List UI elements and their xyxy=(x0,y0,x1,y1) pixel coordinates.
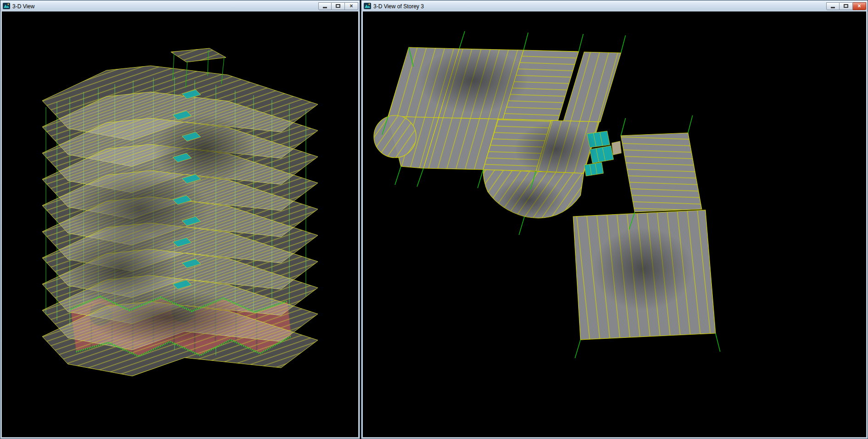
minimize-icon xyxy=(831,7,835,8)
titlebar[interactable]: 3-D View of Storey 3 × xyxy=(361,0,868,11)
minimize-button[interactable] xyxy=(318,2,332,10)
window-3d-view-storey-3[interactable]: 3-D View of Storey 3 × xyxy=(361,0,868,439)
close-button[interactable]: × xyxy=(345,2,358,10)
close-icon: × xyxy=(857,3,861,9)
window-controls: × xyxy=(826,2,866,10)
app-icon xyxy=(364,2,371,10)
3d-view-viewport[interactable] xyxy=(2,11,358,437)
maximize-button[interactable] xyxy=(332,2,345,10)
close-button[interactable]: × xyxy=(853,2,866,10)
window-3d-view[interactable]: 3-D View × xyxy=(0,0,360,439)
storey-plan-canvas[interactable] xyxy=(363,11,866,437)
3d-model-canvas[interactable] xyxy=(2,11,358,437)
window-controls: × xyxy=(318,2,358,10)
maximize-button[interactable] xyxy=(840,2,853,10)
maximize-icon xyxy=(844,4,848,8)
maximize-icon xyxy=(336,4,340,8)
minimize-icon xyxy=(323,7,327,8)
window-title: 3-D View of Storey 3 xyxy=(373,3,824,10)
close-icon: × xyxy=(349,3,353,9)
app-icon xyxy=(3,2,10,10)
minimize-button[interactable] xyxy=(826,2,840,10)
titlebar[interactable]: 3-D View × xyxy=(0,0,360,11)
window-title: 3-D View xyxy=(12,3,316,10)
storey-view-viewport[interactable] xyxy=(363,11,866,437)
